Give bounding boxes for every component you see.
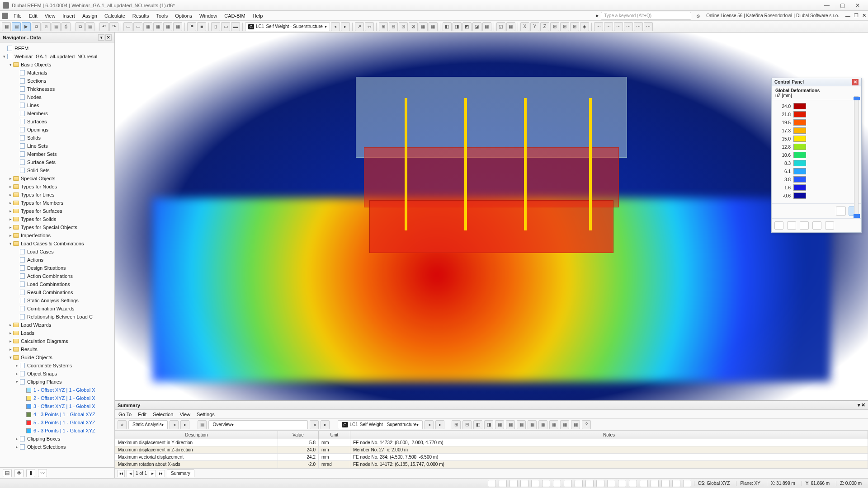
tree-item[interactable]: ▸Load Wizards xyxy=(0,321,114,329)
menu-view[interactable]: View xyxy=(41,13,59,19)
menu-options[interactable]: Options xyxy=(171,13,196,19)
menu-edit[interactable]: Edit xyxy=(25,13,41,19)
btool-10-icon[interactable]: ▦ xyxy=(549,420,558,429)
print-icon[interactable]: ⎚ xyxy=(42,22,51,31)
panel-tab-2-icon[interactable] xyxy=(787,221,796,230)
btool-3-icon[interactable]: ◧ xyxy=(473,420,482,429)
table-row[interactable]: Maximum displacement in Z-direction24.0m… xyxy=(115,446,868,454)
slab-icon[interactable]: ▬ xyxy=(231,22,240,31)
view-2-icon[interactable]: ▭ xyxy=(133,22,142,31)
col-header[interactable]: Value xyxy=(278,431,319,439)
tree-item[interactable]: Result Combinations xyxy=(0,288,114,296)
axis-x-icon[interactable]: X xyxy=(520,22,529,31)
tree-item[interactable]: 1 - Offset XYZ | 1 - Global X xyxy=(0,386,114,394)
sb-14-icon[interactable] xyxy=(629,480,637,487)
page-last-icon[interactable]: ⏭ xyxy=(158,470,165,477)
doc-close-button[interactable]: ✕ xyxy=(860,13,868,19)
run-calc-icon[interactable]: ▶ xyxy=(22,22,31,31)
table-row[interactable]: Maximum rotation about X-axis-2.0mradFE … xyxy=(115,461,868,468)
btool-help-icon[interactable]: ? xyxy=(582,420,591,429)
tree-item[interactable]: Materials xyxy=(0,69,114,77)
axis-yz-icon[interactable]: ⊞ xyxy=(560,22,569,31)
lc-next-icon[interactable]: ▸ xyxy=(435,420,444,429)
legend-range-slider[interactable] xyxy=(854,96,859,218)
panel-tab-1-icon[interactable] xyxy=(774,221,783,230)
maximize-button[interactable]: ▢ xyxy=(835,1,850,10)
panel-close-icon[interactable]: ✕ xyxy=(852,79,859,85)
sb-17-icon[interactable] xyxy=(661,480,670,487)
arrow-icon[interactable]: ↗ xyxy=(355,22,364,31)
next-lc-icon[interactable]: ▸ xyxy=(341,22,350,31)
sb-15-icon[interactable] xyxy=(640,480,648,487)
table-row[interactable]: Maximum vectorial displacement24.2mmFE n… xyxy=(115,454,868,461)
sb-18-icon[interactable] xyxy=(672,480,680,487)
summary-menu-selection[interactable]: Selection xyxy=(153,412,173,417)
navigator-pin-icon[interactable]: ▾ xyxy=(98,34,104,41)
view-4-icon[interactable]: ▦ xyxy=(153,22,162,31)
sb-19-icon[interactable] xyxy=(683,480,691,487)
panel-tab-4-icon[interactable] xyxy=(812,221,821,230)
view-6-icon[interactable]: ▦ xyxy=(173,22,182,31)
tool-b-icon[interactable]: ⊟ xyxy=(389,22,398,31)
menu-cad-bim[interactable]: CAD-BIM xyxy=(221,13,249,19)
prev-lc-icon[interactable]: ◂ xyxy=(331,22,340,31)
axis-xy-icon[interactable]: ⊞ xyxy=(550,22,559,31)
open-model-icon[interactable]: ▤ xyxy=(12,22,21,31)
tree-item[interactable]: ▾Webinar_GA-1_all-updated_NO-resul xyxy=(0,52,114,61)
analysis-next-icon[interactable]: ▸ xyxy=(180,420,189,429)
col-header[interactable]: Notes xyxy=(350,431,868,439)
tree-item[interactable]: Relationship Between Load C xyxy=(0,313,114,321)
sb-7-icon[interactable] xyxy=(553,480,561,487)
sb-11-icon[interactable] xyxy=(596,480,604,487)
tree-item[interactable]: Surface Sets xyxy=(0,158,114,166)
tree-item[interactable]: Design Situations xyxy=(0,264,114,272)
analysis-prev-icon[interactable]: ◂ xyxy=(170,420,179,429)
grid-icon[interactable]: ▦ xyxy=(506,22,515,31)
summary-menu-edit[interactable]: Edit xyxy=(138,412,146,417)
report-icon[interactable]: ▤ xyxy=(52,22,61,31)
analysis-type-selector[interactable]: Static Analysis ▾ xyxy=(128,420,168,429)
tree-item[interactable]: Combination Wizards xyxy=(0,305,114,313)
menu-help[interactable]: Help xyxy=(249,13,267,19)
tool-d-icon[interactable]: ⊠ xyxy=(409,22,418,31)
tool-f-icon[interactable]: ▦ xyxy=(429,22,438,31)
column-icon[interactable]: ▯ xyxy=(211,22,220,31)
undo-icon[interactable]: ↶ xyxy=(99,22,108,31)
more-4-icon[interactable]: ⋯ xyxy=(624,22,633,31)
sb-9-icon[interactable] xyxy=(575,480,583,487)
more-2-icon[interactable]: ⋯ xyxy=(604,22,613,31)
results-1-icon[interactable]: ◧ xyxy=(443,22,452,31)
tree-item[interactable]: Sections xyxy=(0,77,114,85)
sb-1-icon[interactable] xyxy=(488,480,496,487)
tree-item[interactable]: Static Analysis Settings xyxy=(0,296,114,305)
tree-item[interactable]: ▸Imperfections xyxy=(0,231,114,239)
sb-16-icon[interactable] xyxy=(651,480,659,487)
ov-next-icon[interactable]: ▸ xyxy=(321,420,330,429)
tree-item[interactable]: ▸Types for Surfaces xyxy=(0,207,114,215)
tree-item[interactable]: Solids xyxy=(0,134,114,142)
sb-10-icon[interactable] xyxy=(585,480,594,487)
dim-icon[interactable]: ⇔ xyxy=(365,22,374,31)
new-model-icon[interactable]: ▦ xyxy=(2,22,11,31)
paste-icon[interactable]: ▤ xyxy=(85,22,94,31)
tree-item[interactable]: Load Cases xyxy=(0,248,114,256)
stop-icon[interactable]: ■ xyxy=(197,22,206,31)
menu-calculate[interactable]: Calculate xyxy=(101,13,129,19)
tree-item[interactable]: ▸Types for Solids xyxy=(0,215,114,223)
menu-file[interactable]: File xyxy=(10,13,25,19)
more-6-icon[interactable]: ⋯ xyxy=(644,22,653,31)
sb-5-icon[interactable] xyxy=(531,480,539,487)
keyword-search[interactable]: Type a keyword (Alt+Q) xyxy=(601,12,691,20)
menu-tools[interactable]: Tools xyxy=(152,13,171,19)
view-3-icon[interactable]: ▦ xyxy=(143,22,152,31)
tree-item[interactable]: 4 - 3 Points | 1 - Global XYZ xyxy=(0,410,114,418)
tree-item[interactable]: ▾Clipping Planes xyxy=(0,378,114,386)
tree-item[interactable]: Solid Sets xyxy=(0,166,114,174)
panel-tab-3-icon[interactable] xyxy=(800,221,809,230)
col-header[interactable]: Unit xyxy=(319,431,350,439)
btool-12-icon[interactable]: ▦ xyxy=(571,420,580,429)
tree-item[interactable]: Openings xyxy=(0,126,114,134)
summary-tab[interactable]: Summary xyxy=(167,469,194,477)
tree-item[interactable]: Lines xyxy=(0,101,114,109)
cube-icon[interactable]: ◱ xyxy=(496,22,505,31)
